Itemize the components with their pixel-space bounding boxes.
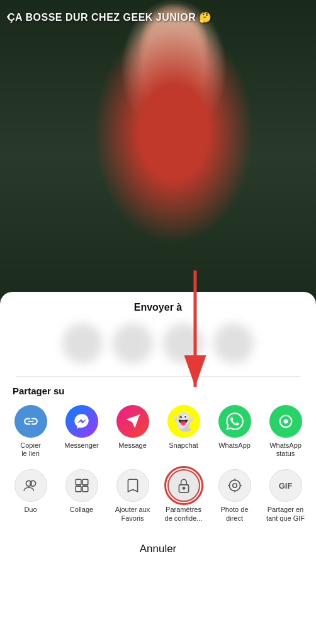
apps-row-1: Copierle lien Messenger Message 👻: [0, 405, 316, 458]
duo-icon: [14, 469, 47, 502]
messenger-icon: [65, 405, 98, 438]
app-whatsapp[interactable]: WhatsApp: [212, 405, 257, 458]
gif-icon: GIF: [269, 469, 302, 502]
copier-lien-label: Copierle lien: [20, 441, 40, 458]
contacts-row: [0, 323, 316, 364]
divider: [16, 376, 300, 377]
app-duo[interactable]: Duo: [8, 469, 54, 522]
app-ajouter-favoris[interactable]: Ajouter aux Favoris: [110, 469, 155, 522]
messenger-label: Messenger: [64, 441, 98, 450]
duo-label: Duo: [24, 506, 37, 514]
app-photo-direct[interactable]: Photo de direct: [212, 469, 257, 522]
svg-marker-3: [126, 414, 140, 428]
contact-bubble-4[interactable]: [213, 323, 254, 364]
whatsapp-status-icon: [269, 405, 302, 438]
app-copier-lien[interactable]: Copierle lien: [8, 405, 54, 458]
photo-direct-label: Photo de direct: [212, 506, 257, 522]
collage-label: Collage: [70, 506, 93, 514]
partager-label: Partager su: [0, 386, 65, 396]
video-person: [0, 0, 316, 314]
app-whatsapp-status[interactable]: WhatsApp status: [263, 405, 308, 458]
story-title: ÇA BOSSE DUR CHEZ GEEK JUNIOR 🤔: [8, 11, 212, 23]
app-messenger[interactable]: Messenger: [59, 405, 104, 458]
snapchat-icon: 👻: [167, 405, 200, 438]
photo-direct-icon: [218, 469, 251, 502]
app-collage[interactable]: Collage: [59, 469, 104, 522]
svg-point-15: [232, 484, 237, 488]
svg-rect-9: [82, 480, 88, 486]
svg-point-14: [229, 480, 240, 491]
video-background: ‹ ÇA BOSSE DUR CHEZ GEEK JUNIOR 🤔: [0, 0, 316, 314]
message-icon: [116, 405, 149, 438]
snapchat-label: Snapchat: [169, 441, 198, 450]
apps-row-2: Duo Collage Ajouter aux Favoris: [0, 469, 316, 522]
params-icon: [167, 469, 200, 502]
ajouter-favoris-icon: [116, 469, 149, 502]
app-params[interactable]: Paramètres de confide...: [161, 469, 206, 522]
contact-bubble-3[interactable]: [163, 323, 203, 364]
params-label: Paramètres de confide...: [161, 506, 206, 522]
svg-rect-10: [76, 486, 81, 492]
svg-rect-11: [82, 486, 88, 492]
sheet-title: Envoyer à: [134, 302, 182, 313]
svg-rect-8: [76, 480, 81, 486]
partager-gif-label: Partager en tant que GIF: [263, 506, 308, 522]
app-partager-gif[interactable]: GIF Partager en tant que GIF: [263, 469, 308, 522]
whatsapp-label: WhatsApp: [218, 441, 251, 450]
svg-point-13: [183, 487, 184, 489]
app-snapchat[interactable]: 👻 Snapchat: [161, 405, 206, 458]
collage-icon: [65, 469, 98, 502]
annuler-button[interactable]: Annuler: [115, 538, 202, 560]
whatsapp-icon: [218, 405, 251, 438]
ajouter-favoris-label: Ajouter aux Favoris: [110, 506, 155, 522]
app-message[interactable]: Message: [110, 405, 155, 458]
share-bottom-sheet: Envoyer à Partager su Copierle lien Mess…: [0, 292, 316, 644]
copier-lien-icon: [14, 405, 47, 438]
contact-bubble-2[interactable]: [113, 323, 153, 364]
contact-bubble-1[interactable]: [62, 323, 103, 364]
whatsapp-status-label: WhatsApp status: [263, 441, 308, 458]
svg-point-5: [283, 419, 288, 424]
svg-point-7: [30, 481, 35, 487]
message-label: Message: [118, 441, 147, 450]
